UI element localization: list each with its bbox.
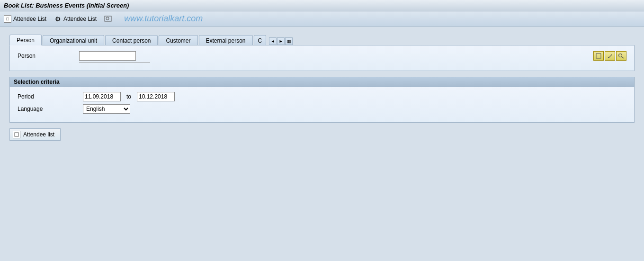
tabs-list: Person Organizational unit Contact perso… <box>9 34 268 45</box>
tab-nav-prev[interactable]: ◄ <box>269 37 277 45</box>
title-text: Book List: Business Events (Initial Scre… <box>4 2 129 9</box>
toolbar: □ Attendee List ⚙ Attendee List www.tuto… <box>0 11 644 27</box>
selection-criteria-header: Selection criteria <box>9 77 635 87</box>
attendee-list-label-1: Attendee List <box>13 16 46 22</box>
period-to-input[interactable] <box>137 92 175 101</box>
new-icon <box>596 53 601 59</box>
svg-point-4 <box>619 54 622 57</box>
attendee-btn-icon <box>13 131 20 138</box>
tab-nav-next[interactable]: ► <box>277 37 285 45</box>
svg-rect-2 <box>596 54 601 58</box>
tab-contact-person[interactable]: Contact person <box>105 35 158 45</box>
search-toolbar-icon[interactable] <box>104 16 113 22</box>
main-content: Person Organizational unit Contact perso… <box>0 27 644 148</box>
tab-strip: Person Organizational unit Contact perso… <box>9 34 635 45</box>
tab-navigation: ◄ ► ▦ <box>269 37 293 45</box>
svg-line-3 <box>608 57 609 58</box>
attendee-list-button-2[interactable]: ⚙ Attendee List <box>54 15 97 23</box>
person-panel: Person <box>9 45 635 71</box>
watermark-text: www.tutorialkart.com <box>124 14 203 24</box>
period-label: Period <box>18 93 79 100</box>
svg-rect-6 <box>15 133 18 136</box>
edit-button[interactable] <box>605 51 615 61</box>
selection-criteria-section: Selection criteria Period to Language En… <box>9 77 635 123</box>
doc-small-icon <box>14 132 19 137</box>
language-select[interactable]: English German French Spanish <box>83 104 130 114</box>
period-row: Period to <box>18 92 626 101</box>
period-from-input[interactable] <box>83 92 121 101</box>
tab-c[interactable]: C <box>254 35 267 45</box>
attendee-list-button[interactable]: Attendee list <box>9 128 61 141</box>
doc-icon-1: □ <box>4 15 11 23</box>
tab-external-person[interactable]: External person <box>199 35 253 45</box>
language-row: Language English German French Spanish <box>18 104 626 114</box>
person-label: Person <box>18 53 79 59</box>
svg-point-1 <box>106 17 109 20</box>
search-button[interactable] <box>616 51 626 61</box>
attendee-list-button-1[interactable]: □ Attendee List <box>4 15 46 23</box>
tab-nav-menu[interactable]: ▦ <box>285 37 293 45</box>
new-record-button[interactable] <box>593 51 604 61</box>
language-label: Language <box>18 106 79 112</box>
people-icon: ⚙ <box>54 15 62 23</box>
action-icons <box>593 51 626 61</box>
svg-line-5 <box>622 57 624 58</box>
attendee-list-label: Attendee list <box>23 131 54 138</box>
title-bar: Book List: Business Events (Initial Scre… <box>0 0 644 11</box>
person-input[interactable] <box>79 51 136 61</box>
attendee-list-label-2: Attendee List <box>63 16 97 22</box>
tab-customer[interactable]: Customer <box>159 35 197 45</box>
search-icon <box>618 53 625 59</box>
selection-criteria-body: Period to Language English German French… <box>9 87 635 123</box>
tab-person[interactable]: Person <box>9 35 42 45</box>
pencil-icon <box>607 53 613 59</box>
magnifier-icon <box>104 16 113 22</box>
to-label: to <box>126 93 131 100</box>
person-field-row: Person <box>18 51 626 61</box>
tab-organizational-unit[interactable]: Organizational unit <box>43 35 104 45</box>
person-underline <box>79 63 150 63</box>
